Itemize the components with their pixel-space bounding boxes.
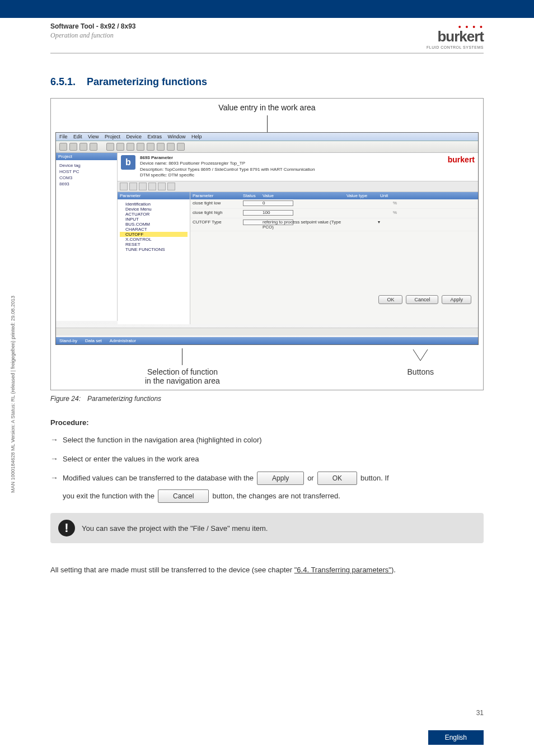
toolbar-icon[interactable] (59, 143, 67, 151)
side-text: MAN 1000184628 ML Version: A Status: RL … (10, 296, 16, 493)
menu-view[interactable]: View (88, 134, 99, 139)
mid-toolbar-icon[interactable] (120, 183, 128, 190)
mid-row1-value: 8693 Positioner Prozessregler Top_TP (168, 161, 245, 166)
cell-value[interactable]: 0 (263, 200, 346, 207)
ss-mid-toolbar (118, 181, 478, 192)
section-number: 6.5.1. (50, 76, 76, 87)
col-status: Status (243, 193, 263, 198)
work-row[interactable]: close tight high 100 % (190, 209, 478, 218)
status-dataset: Data set (85, 338, 102, 343)
tree-item-selected[interactable]: CUTOFF (120, 232, 188, 237)
step-2: → Select or enter the values in the work… (50, 452, 484, 466)
menu-edit[interactable]: Edit (73, 134, 82, 139)
toolbar-icon[interactable] (137, 143, 144, 151)
tree-item[interactable]: INPUT (120, 217, 188, 222)
pointer-line-top (267, 115, 268, 132)
tree-header: Parameter (118, 192, 190, 199)
cell-value[interactable]: 100 (263, 210, 346, 217)
ss-work-area: Parameter Status Value Value type Unit c… (190, 192, 478, 324)
toolbar-icon[interactable] (147, 143, 154, 151)
cell-param: CUTOFF Type (193, 220, 243, 230)
work-row[interactable]: CUTOFF Type refering to process setpoint… (190, 218, 478, 231)
toolbar-icon[interactable] (79, 143, 87, 151)
mid-toolbar-icon[interactable] (139, 183, 147, 190)
section-heading: 6.5.1. Parameterizing functions (50, 76, 484, 88)
after-link[interactable]: "6.4. Transferring parameters" (294, 566, 391, 574)
ss-toolbar (56, 141, 478, 153)
toolbar-icon[interactable] (116, 143, 124, 151)
toolbar-icon[interactable] (69, 143, 77, 151)
mid-toolbar-icon[interactable] (158, 183, 166, 190)
mid-row2-label: Description: (140, 167, 163, 172)
ok-button-inline[interactable]: OK (317, 472, 357, 485)
menu-project[interactable]: Project (105, 134, 120, 139)
mid-row3-value: DTM specific (168, 172, 194, 178)
mid-row3-label: DTM specific: (140, 172, 167, 178)
ok-button[interactable]: OK (378, 295, 402, 304)
language-tab: English (428, 730, 484, 745)
apply-button[interactable]: Apply (442, 295, 471, 304)
toolbar-icon[interactable] (90, 143, 97, 151)
apply-button-inline[interactable]: Apply (257, 472, 304, 485)
tree-item[interactable]: ACTUATOR (120, 212, 188, 217)
tree-item[interactable]: Identification (120, 202, 188, 207)
tree-item[interactable]: Device Menu (120, 207, 188, 212)
left-item[interactable]: Device tag (58, 162, 115, 169)
ss-mid-panel: b 8693 Parameter Device name: 8693 Posit… (118, 153, 478, 321)
left-item[interactable]: COM3 (58, 175, 115, 181)
annotation-left-l1: Selection of function (145, 367, 220, 376)
ss-button-row: OK Cancel Apply (378, 295, 471, 304)
left-item[interactable]: HOST PC (58, 169, 115, 175)
mid-toolbar-icon[interactable] (167, 183, 175, 190)
mid-toolbar-icon[interactable] (129, 183, 137, 190)
cell-vtype (346, 210, 380, 217)
mid-toolbar-icon[interactable] (148, 183, 156, 190)
menu-file[interactable]: File (59, 134, 68, 139)
mid-brand: burkert (448, 155, 475, 164)
step3b-text: or (307, 472, 314, 484)
ss-menubar[interactable]: File Edit View Project Device Extras Win… (56, 133, 478, 141)
menu-window[interactable]: Window (168, 134, 186, 139)
tree-item[interactable]: RESET (120, 242, 188, 247)
toolbar-icon[interactable] (177, 143, 185, 151)
step-1: → Select the function in the navigation … (50, 433, 484, 447)
screenshot: File Edit View Project Device Extras Win… (55, 132, 479, 345)
menu-help[interactable]: Help (191, 134, 202, 139)
annotation-right: Buttons (407, 367, 434, 376)
step1-text: Select the function in the navigation ar… (63, 434, 262, 446)
procedure-block: Procedure: → Select the function in the … (50, 418, 484, 503)
cell-value[interactable]: refering to process setpoint value (Type… (263, 220, 346, 230)
col-value: Value (263, 193, 346, 198)
col-valuetype: Value type (346, 193, 380, 198)
tree-item[interactable]: CHARACT (120, 227, 188, 232)
cell-status (243, 210, 263, 217)
doc-subtitle: Operation and function (50, 31, 136, 40)
ss-status: Stand-by Data set Administrator (56, 337, 478, 344)
toolbar-icon[interactable] (157, 143, 165, 151)
annotation-top: Value entry in the work area (55, 103, 479, 112)
v-arrow-icon (412, 348, 429, 365)
menu-extras[interactable]: Extras (148, 134, 162, 139)
tree-item[interactable]: BUS.COMM (120, 222, 188, 227)
cell-vtype[interactable]: ▾ (346, 220, 380, 230)
ss-left-panel: Project Device tag HOST PC COM3 8693 (56, 153, 118, 321)
step2-text: Select or enter the values in the work a… (63, 453, 199, 465)
after-a: All setting that are made must still be … (50, 566, 294, 574)
after-b: ). (391, 566, 396, 574)
mid-row2-value: TopControl Types 8695 / SideControl Type… (165, 167, 315, 172)
tree-item[interactable]: X.CONTROL (120, 237, 188, 242)
menu-device[interactable]: Device (126, 134, 142, 139)
procedure-heading: Procedure: (50, 418, 484, 427)
cancel-button-inline[interactable]: Cancel (158, 489, 209, 503)
cell-unit (380, 220, 397, 230)
left-item[interactable]: 8693 (58, 181, 115, 187)
toolbar-icon[interactable] (167, 143, 175, 151)
tree-item[interactable]: TUNE FUNCTIONS (120, 247, 188, 252)
work-row[interactable]: close tight low 0 % (190, 199, 478, 209)
cell-unit: % (380, 200, 397, 207)
step3a-text: Modified values can be transferred to th… (63, 472, 254, 484)
toolbar-icon[interactable] (127, 143, 134, 151)
mid-title: 8693 Parameter (140, 155, 173, 160)
cancel-button[interactable]: Cancel (406, 295, 438, 304)
toolbar-icon[interactable] (106, 143, 114, 151)
